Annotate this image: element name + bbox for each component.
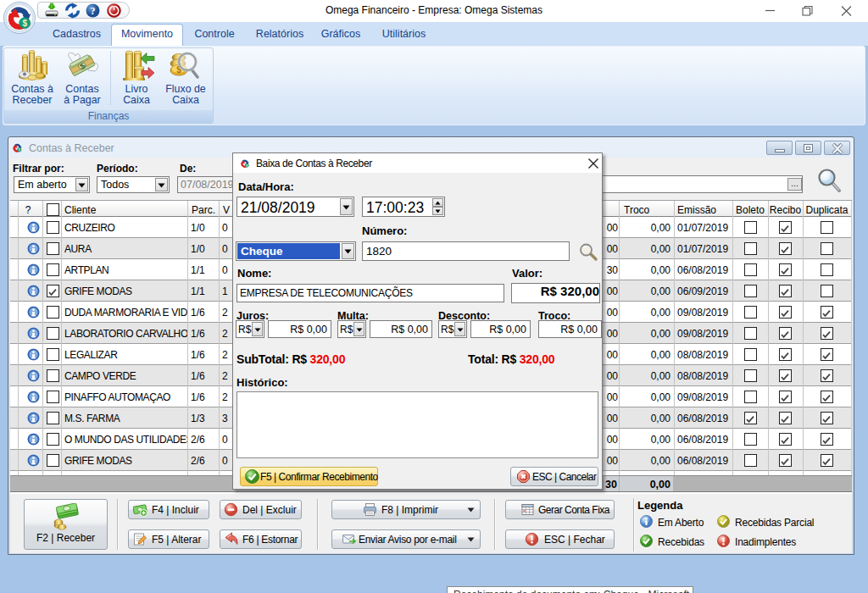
svg-text:?: ? bbox=[91, 5, 96, 17]
svg-text:$: $ bbox=[22, 19, 27, 28]
